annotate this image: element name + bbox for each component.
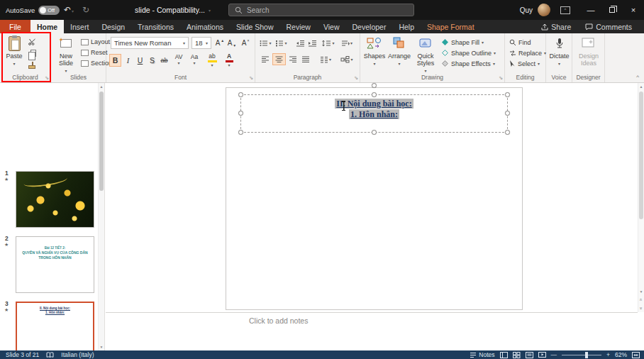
next-slide-button[interactable]: « (638, 306, 644, 311)
underline-button[interactable]: U (134, 54, 146, 67)
thumb-scroll-up-icon[interactable]: ▲ (99, 84, 104, 89)
dictate-button[interactable]: Dictate ▾ (548, 35, 570, 67)
language-indicator[interactable]: Italian (Italy) (61, 351, 94, 358)
thumbnail-panel-scrollbar[interactable]: ▲ ▼ (98, 83, 104, 350)
tab-slide-show[interactable]: Slide Show (230, 20, 280, 33)
font-color-button[interactable]: A▾ (221, 54, 237, 67)
resize-handle-bottom-center[interactable] (372, 130, 377, 135)
ribbon-display-options-icon[interactable]: ^ (560, 6, 570, 14)
decrease-font-size-button[interactable]: A▼ (226, 37, 238, 49)
columns-button[interactable]: ▾ (318, 53, 333, 65)
align-center-button[interactable] (272, 53, 286, 65)
strikethrough-button[interactable]: ab (158, 54, 170, 67)
cut-button[interactable] (28, 37, 36, 47)
text-highlight-color-button[interactable]: ab▾ (204, 54, 220, 67)
minimize-button[interactable]: — (580, 0, 601, 20)
zoom-slider-thumb[interactable] (585, 352, 588, 358)
zoom-in-button[interactable]: + (606, 351, 610, 358)
editor-scroll-up-icon[interactable]: ▲ (638, 84, 644, 89)
undo-button[interactable]: ↶ ▾ (64, 5, 74, 15)
slide-show-button[interactable] (538, 352, 546, 358)
restore-button[interactable] (601, 0, 623, 20)
thumb-scroll-down-icon[interactable]: ▼ (99, 345, 104, 349)
arrange-caret-icon[interactable]: ▾ (398, 60, 400, 67)
tab-shape-format[interactable]: Shape Format (421, 20, 481, 33)
copy-button[interactable] (28, 48, 36, 58)
shape-effects-button[interactable]: Shape Effects▾ (441, 59, 495, 68)
text-shadow-button[interactable]: S (146, 54, 158, 67)
design-ideas-button[interactable]: Design Ideas (575, 35, 602, 67)
paste-button[interactable]: Paste ▾ (4, 35, 25, 67)
font-color-caret-icon[interactable]: ▾ (228, 62, 230, 67)
highlight-caret-icon[interactable]: ▾ (211, 62, 213, 67)
rotate-handle[interactable] (372, 83, 377, 88)
slide-indicator[interactable]: Slide 3 of 21 (6, 351, 39, 358)
user-avatar[interactable] (538, 4, 550, 16)
collapse-ribbon-button[interactable]: ^ (636, 74, 639, 80)
convert-to-smartart-button[interactable]: ▾ (338, 53, 355, 65)
autosave-control[interactable]: AutoSave Off (6, 0, 60, 20)
tab-insert[interactable]: Insert (64, 20, 95, 33)
editor-scroll-down-icon[interactable]: ▼ (638, 289, 644, 294)
decrease-indent-button[interactable] (294, 37, 306, 49)
document-title[interactable]: slide - Compatibility... ▾ (135, 0, 211, 20)
user-name[interactable]: Quy (520, 6, 533, 14)
arrange-button[interactable]: Arrange ▾ (387, 35, 411, 67)
align-right-button[interactable] (286, 53, 299, 65)
resize-handle-top-left[interactable] (238, 92, 243, 97)
format-painter-button[interactable] (28, 60, 35, 70)
tab-home[interactable]: Home (30, 20, 64, 33)
resize-handle-top-right[interactable] (505, 92, 510, 97)
tab-animations[interactable]: Animations (180, 20, 230, 33)
resize-handle-top-center[interactable] (372, 92, 377, 97)
select-button[interactable]: Select▾ (509, 59, 540, 68)
normal-view-button[interactable] (500, 352, 508, 358)
reading-view-button[interactable] (526, 352, 533, 358)
comments-button[interactable]: Comments (580, 20, 637, 33)
increase-font-size-button[interactable]: A▲ (214, 37, 226, 49)
line-spacing-button[interactable]: ▾ (321, 37, 336, 49)
text-direction-caret-icon[interactable]: ▾ (350, 40, 352, 45)
shapes-button[interactable]: Shapes ▾ (363, 35, 386, 67)
bold-button[interactable]: B (109, 54, 121, 67)
smartart-caret-icon[interactable]: ▾ (350, 57, 352, 62)
editor-scrollbar-thumb[interactable] (639, 92, 643, 219)
slide-sorter-view-button[interactable] (513, 352, 521, 358)
increase-indent-button[interactable] (306, 37, 318, 49)
tab-transitions[interactable]: Transitions (131, 20, 180, 33)
italic-button[interactable]: I (122, 54, 134, 67)
resize-handle-bottom-left[interactable] (238, 130, 243, 135)
select-caret-icon[interactable]: ▾ (538, 61, 540, 66)
shape-outline-caret-icon[interactable]: ▾ (494, 50, 496, 55)
reset-button[interactable]: Reset (81, 48, 108, 57)
change-case-button[interactable]: Aa▾ (187, 54, 201, 67)
previous-slide-button[interactable]: « (638, 297, 644, 302)
numbering-button[interactable]: ▾ (274, 37, 288, 49)
spell-check-icon[interactable] (46, 352, 54, 358)
notes-pane[interactable]: Click to add notes (106, 313, 644, 350)
redo-button[interactable]: ↻ (82, 5, 89, 15)
justify-button[interactable] (299, 53, 313, 65)
close-button[interactable]: × (623, 0, 644, 20)
font-family-caret-icon[interactable]: ▾ (183, 40, 185, 45)
text-box-content[interactable]: II. Nội dung bài học: 1. Hôn nhân: (241, 95, 507, 120)
clipboard-dialog-launcher[interactable]: ⇘ (45, 75, 49, 81)
selected-text-box[interactable]: II. Nội dung bài học: 1. Hôn nhân: (240, 94, 508, 133)
new-slide-button[interactable]: ★ New Slide ▾ (54, 35, 78, 74)
tab-file[interactable]: File (0, 20, 30, 33)
title-dropdown-caret-icon[interactable]: ▾ (209, 8, 211, 13)
font-size-caret-icon[interactable]: ▾ (206, 40, 208, 45)
zoom-slider[interactable] (562, 355, 601, 355)
notes-toggle-button[interactable]: Notes (470, 351, 494, 358)
autosave-toggle[interactable]: Off (38, 6, 60, 15)
numbering-caret-icon[interactable]: ▾ (284, 40, 287, 45)
search-box[interactable] (228, 4, 414, 16)
share-button[interactable]: Share (536, 20, 576, 33)
font-family-combobox[interactable]: Times New Roman ▾ (111, 37, 189, 49)
slide-2-thumbnail[interactable]: Bài 12 TIẾT 2: QUYỀN VÀ NGHĨA VỤ CỦA CÔN… (16, 236, 94, 293)
tab-design[interactable]: Design (95, 20, 131, 33)
shapes-caret-icon[interactable]: ▾ (373, 60, 375, 67)
tab-review[interactable]: Review (280, 20, 317, 33)
align-left-button[interactable] (259, 53, 272, 65)
fit-slide-to-window-button[interactable] (632, 352, 640, 358)
